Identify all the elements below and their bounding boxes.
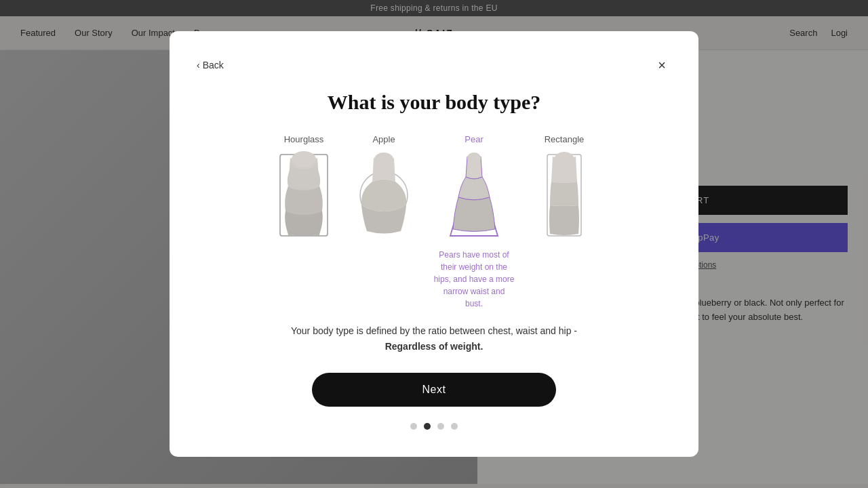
body-type-hourglass[interactable]: Hourglass <box>273 134 334 310</box>
svg-point-1 <box>292 151 316 167</box>
pear-label: Pear <box>465 134 483 144</box>
modal-title: What is your body type? <box>197 91 671 114</box>
svg-point-3 <box>374 152 393 166</box>
info-text: Your body type is defined by the ratio b… <box>197 323 671 354</box>
dot-3 <box>437 423 444 430</box>
dot-1 <box>410 423 417 430</box>
info-line2: Regardless of weight. <box>385 341 484 352</box>
pear-description: Pears have most of their weight on the h… <box>433 249 515 310</box>
back-button[interactable]: ‹ Back <box>197 60 224 70</box>
body-type-pear[interactable]: Pear Pears have most of their weight on … <box>433 134 515 310</box>
next-button[interactable]: Next <box>312 373 556 407</box>
svg-point-4 <box>467 152 481 163</box>
chevron-left-icon: ‹ <box>197 60 200 70</box>
body-type-modal: ‹ Back × What is your body type? Hourgla… <box>170 31 698 457</box>
info-line1: Your body type is defined by the ratio b… <box>291 325 577 336</box>
back-label: Back <box>203 60 224 70</box>
close-button[interactable]: × <box>652 56 671 75</box>
pagination-dots <box>197 423 671 430</box>
body-type-rectangle[interactable]: Rectangle <box>534 134 595 310</box>
apple-figure <box>353 151 414 239</box>
modal-overlay: ‹ Back × What is your body type? Hourgla… <box>0 0 868 488</box>
body-types-container: Hourglass App <box>197 134 671 310</box>
apple-label: Apple <box>372 134 395 144</box>
body-type-apple[interactable]: Apple <box>353 134 414 310</box>
dot-4 <box>451 423 458 430</box>
modal-header: ‹ Back × <box>197 56 671 75</box>
rectangle-label: Rectangle <box>545 134 585 144</box>
rectangle-figure <box>534 151 595 239</box>
hourglass-figure <box>273 151 334 239</box>
dot-2 <box>424 423 431 430</box>
pear-figure <box>443 151 505 239</box>
hourglass-label: Hourglass <box>284 134 324 144</box>
svg-point-6 <box>555 152 574 164</box>
